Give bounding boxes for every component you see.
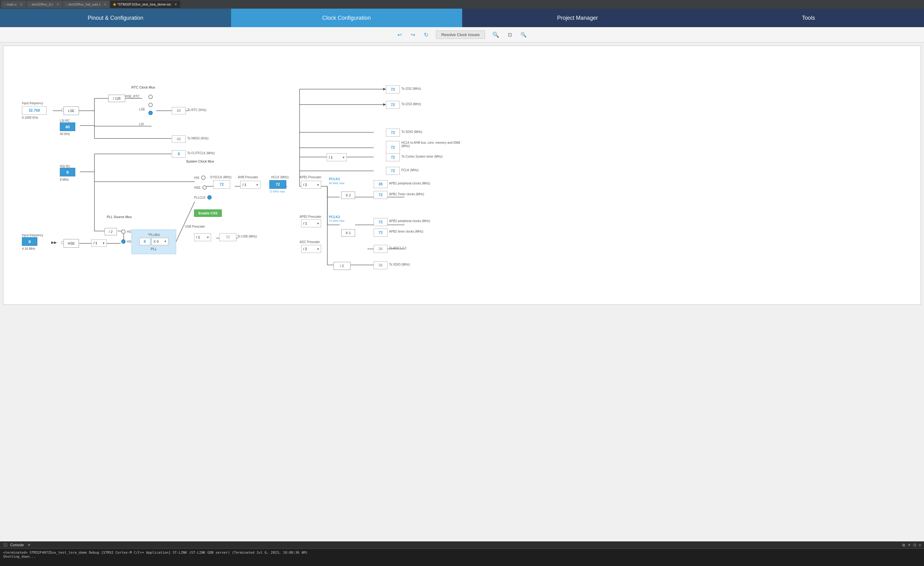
console-toolbar: ⊠ ✕ ⊡ ≡ xyxy=(902,543,921,547)
hse-connector xyxy=(62,241,64,244)
lsi-rc-box[interactable]: 40 xyxy=(60,123,75,131)
console-title: Console xyxy=(10,543,24,547)
fclk-label: FCLK (MHz) xyxy=(401,168,418,172)
usb-prescaler-dropdown[interactable]: / 1 xyxy=(194,233,211,241)
apb1-timer-label: APB1 Timer clocks (MHz) xyxy=(389,192,424,196)
i2s2-box: 72 xyxy=(386,85,400,93)
cortex-div-dropdown[interactable]: / 1 xyxy=(327,153,347,161)
pll-label: PLL xyxy=(151,247,157,251)
tab-close-hal[interactable]: ✕ xyxy=(104,3,106,6)
to-iwdg-box: 40 xyxy=(172,135,186,143)
radio-sysclk-hse[interactable] xyxy=(202,186,207,190)
hclk-label: HCLK (MHz) xyxy=(271,175,289,179)
apb2-prescaler-dropdown[interactable]: / 1 xyxy=(301,219,321,227)
pll-source-mux-title: PLL Source Mux xyxy=(107,215,132,219)
resolve-clock-button[interactable]: Resolve Clock Issues xyxy=(436,30,484,39)
to-iwdg-label: To IWDG (KHz) xyxy=(187,137,208,140)
apb2-periph-label: APB2 peripheral clocks (MHz) xyxy=(389,219,430,223)
tab-ioc[interactable]: ⬟ *STM32F103xx_test_lora_dome.ioc ✕ xyxy=(110,1,180,8)
hclk-max-label: 72 MHz max xyxy=(269,190,285,193)
usb-prescaler-label: USB Prescaler xyxy=(185,225,205,228)
apb1-prescaler-label: APB1 Prescaler xyxy=(300,175,321,179)
refresh-button[interactable]: ↻ xyxy=(423,30,430,39)
sdio-bottom-label: To SDIO (MHz) xyxy=(389,263,410,266)
rtc-mux-radios xyxy=(148,95,153,115)
hse-mux-label: HSE xyxy=(194,186,201,189)
lsi-rc-label: LSI RC xyxy=(60,119,70,123)
tab-stm32f4xx-hal[interactable]: ▪ stm32f4xx_hal_uart.c ✕ xyxy=(63,1,110,8)
hse-box: HSE xyxy=(63,239,79,248)
rtc-lse-label: LSE xyxy=(139,108,145,111)
radio-lsi-rtc[interactable] xyxy=(148,111,153,115)
to-flitfclk-box: 8 xyxy=(172,150,186,157)
console-icon: ⬛ xyxy=(3,543,8,547)
tab-close-main[interactable]: ✕ xyxy=(20,3,22,6)
console-tab-close: ✕ xyxy=(27,543,30,547)
sdio-top-label: To SDIO (MHz) xyxy=(401,130,422,133)
diagram-svg xyxy=(3,46,921,304)
console-btn3[interactable]: ⊡ xyxy=(913,543,916,547)
hsi-rc-unit: 8 MHz xyxy=(60,178,69,181)
pclk2-max: 72 MHz max xyxy=(329,219,345,222)
pclk1-max: 36 MHz max xyxy=(329,182,345,185)
apb1-prescaler-dropdown[interactable]: / 2 xyxy=(301,181,321,189)
console-btn2[interactable]: ✕ xyxy=(908,543,911,547)
zoom-out-button[interactable]: 🔍 xyxy=(519,30,528,39)
i2s3-box: 72 xyxy=(386,101,400,109)
input-freq-1-label: Input frequency xyxy=(22,102,43,105)
rtc-clock-mux-title: RTC Clock Mux xyxy=(131,85,155,89)
adc-prescaler-label: ADC Prescaler xyxy=(300,240,320,244)
undo-button[interactable]: ↩ xyxy=(396,30,403,39)
adc-prescaler-dropdown[interactable]: / 2 xyxy=(301,245,321,253)
radio-lse-rtc[interactable] xyxy=(148,103,153,107)
hsi-mux-label: HSI xyxy=(194,176,199,180)
tab-bar: ▪ main.c ✕ ▪ stm32f4xx_it.c ✕ ▪ stm32f4x… xyxy=(0,0,924,9)
main-nav: Pinout & Configuration Clock Configurati… xyxy=(0,9,924,27)
fclk-box: 72 xyxy=(386,167,400,175)
console-clear-icon[interactable]: ⊠ xyxy=(902,543,905,547)
svg-line-24 xyxy=(175,202,195,243)
apb1-x2-box: X 2 xyxy=(341,192,355,199)
radio-sysclk-hsi[interactable] xyxy=(201,175,206,180)
tab-c-icon3: ▪ xyxy=(66,3,67,6)
to-flitfclk-label: To FLITFCLK (MHz) xyxy=(187,151,215,155)
sysclk-value-box[interactable]: 72 xyxy=(213,180,230,189)
pll-x9-dropdown[interactable]: X 9 xyxy=(152,238,168,245)
nav-pinout[interactable]: Pinout & Configuration xyxy=(0,9,231,27)
hclk-value-box[interactable]: 72 xyxy=(269,180,286,189)
redo-button[interactable]: ↪ xyxy=(410,30,417,39)
apb2-periph-box: 72 xyxy=(374,218,387,226)
zoom-in-button[interactable]: 🔍 xyxy=(491,30,500,39)
input-freq-2-box[interactable]: 8 xyxy=(22,237,38,246)
cortex-label: To Cortex System timer (MHz) xyxy=(401,155,443,158)
radio-pll-hse[interactable] xyxy=(121,240,126,244)
ahb-prescaler-label: AHB Prescaler xyxy=(238,175,258,179)
pll-div1-dropdown[interactable]: / 1 xyxy=(92,240,107,247)
pll-mul-value-box[interactable]: 8 xyxy=(140,238,150,245)
radio-pll-hsi[interactable] xyxy=(121,229,126,234)
console-shutting-down: Shutting_down... xyxy=(3,555,921,559)
tab-main-c[interactable]: ▪ main.c ✕ xyxy=(1,1,26,8)
apb1-timer-box: 72 xyxy=(374,191,387,199)
nav-tools[interactable]: Tools xyxy=(693,9,924,27)
to-rtc-box: 40 xyxy=(172,107,186,114)
nav-project[interactable]: Project Manager xyxy=(462,9,693,27)
nav-clock[interactable]: Clock Configuration xyxy=(231,9,462,27)
radio-hse-rtc[interactable] xyxy=(148,95,153,99)
input-freq-1-range: 0-1000 KHz xyxy=(22,116,38,119)
ahb-prescaler-dropdown[interactable]: / 1 xyxy=(240,181,260,189)
zoom-fit-button[interactable]: ⊡ xyxy=(507,30,513,39)
radio-sysclk-pll[interactable] xyxy=(207,195,212,199)
console-btn4[interactable]: ≡ xyxy=(919,543,921,547)
tab-c-icon2: ▪ xyxy=(29,3,30,6)
tab-close-ioc[interactable]: ✕ xyxy=(174,3,177,6)
console: ⬛ Console ✕ ⊠ ✕ ⊡ ≡ <terminated> STM32F4… xyxy=(0,541,924,566)
tab-close-it[interactable]: ✕ xyxy=(57,3,59,6)
apb1-periph-box: 36 xyxy=(374,180,387,188)
hsi-rc-box[interactable]: 8 xyxy=(60,168,75,177)
adc-value-box: 36 xyxy=(374,245,387,253)
enable-css-btn[interactable]: Enable CSS xyxy=(194,210,222,217)
console-terminated-msg: <terminated> STM32F407ZGxx_test_lora_dom… xyxy=(3,551,921,555)
adc-label: To ADC1,2,3 xyxy=(389,246,406,250)
tab-stm32f4xx-it[interactable]: ▪ stm32f4xx_it.c ✕ xyxy=(26,1,62,8)
